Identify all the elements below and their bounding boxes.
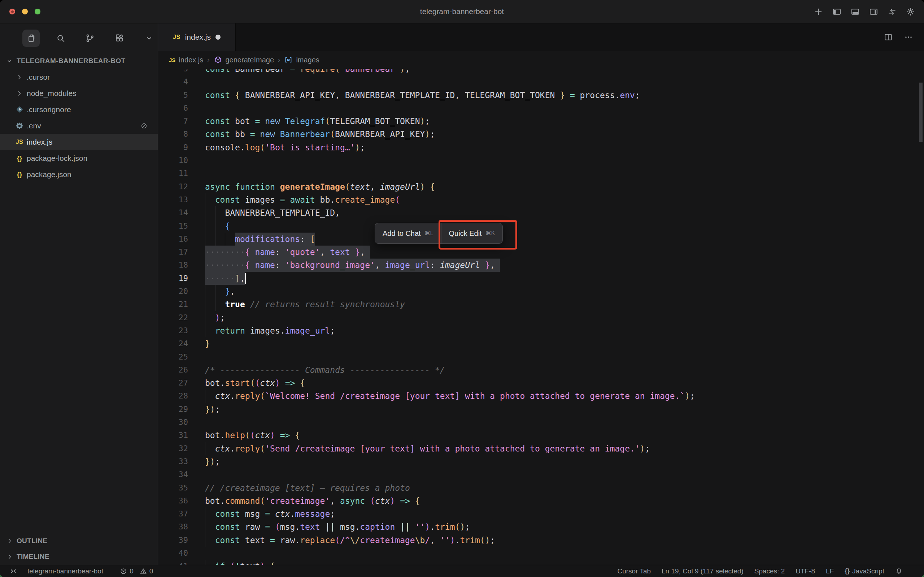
line-number: 37	[158, 508, 205, 521]
code-line-36[interactable]: 36bot.command('createimage', async (ctx)…	[158, 495, 924, 508]
indentation-status[interactable]: Spaces: 2	[754, 567, 785, 575]
problems-status[interactable]: 0 0	[120, 567, 153, 575]
line-number: 31	[158, 429, 205, 442]
tree-item-index-js[interactable]: JS index.js	[0, 134, 158, 150]
tree-item-node-modules[interactable]: node_modules	[0, 85, 158, 102]
breadcrumb-item-index.js[interactable]: JSindex.js	[169, 56, 203, 64]
code-line-30[interactable]: 30	[158, 416, 924, 429]
tree-item--cursor[interactable]: .cursor	[0, 69, 158, 85]
activity-bar	[0, 23, 158, 53]
code-line-9[interactable]: 9console.log('Bot is starting…');	[158, 141, 924, 154]
panel-right-icon[interactable]	[869, 7, 879, 16]
tree-item-package-lock-json[interactable]: {} package-lock.json	[0, 150, 158, 166]
line-number: 21	[158, 298, 205, 311]
breadcrumb-item-generateImage[interactable]: generateImage	[214, 56, 274, 64]
scrollbar-thumb[interactable]	[919, 82, 922, 142]
extensions-view-button[interactable]	[111, 29, 128, 47]
code-line-27[interactable]: 27bot.start((ctx) => {	[158, 377, 924, 390]
code-line-7[interactable]: 7const bot = new Telegraf(TELEGRAM_BOT_T…	[158, 115, 924, 128]
code-line-6[interactable]: 6	[158, 102, 924, 115]
more-views-button[interactable]	[141, 29, 158, 47]
line-number: 6	[158, 102, 205, 115]
code-line-33[interactable]: 33});	[158, 455, 924, 468]
project-name-status[interactable]: telegram-bannerbear-bot	[27, 567, 103, 575]
cursor-tab-status[interactable]: Cursor Tab	[617, 567, 651, 575]
code-line-20[interactable]: 20 },	[158, 285, 924, 298]
code-line-5[interactable]: 5const { BANNERBEAR_API_KEY, BANNERBEAR_…	[158, 89, 924, 102]
minimize-button[interactable]	[22, 9, 28, 15]
code-line-25[interactable]: 25	[158, 351, 924, 364]
gear-file-icon	[15, 121, 24, 130]
code-line-23[interactable]: 23 return images.image_url;	[158, 324, 924, 337]
source-control-view-button[interactable]	[82, 29, 99, 47]
code-line-39[interactable]: 39 const text = raw.replace(/^\/createim…	[158, 534, 924, 547]
remote-indicator-icon[interactable]	[10, 567, 17, 575]
gear-icon[interactable]	[906, 7, 915, 16]
breadcrumb-item-images[interactable]: images	[284, 56, 319, 64]
zoom-button[interactable]	[35, 9, 40, 15]
panel-left-icon[interactable]	[832, 7, 842, 16]
braces-icon: {}	[845, 567, 850, 575]
code-line-14[interactable]: 14 BANNERBEAR_TEMPLATE_ID,	[158, 206, 924, 219]
line-number: 13	[158, 193, 205, 206]
cursor-position-status[interactable]: Ln 19, Col 9 (117 selected)	[662, 567, 743, 575]
section-outline[interactable]: OUTLINE	[0, 533, 158, 549]
line-number: 18	[158, 259, 205, 272]
split-editor-button[interactable]	[884, 32, 893, 42]
code-editor[interactable]: 3const Bannerbear = require('bannerbear'…	[158, 69, 924, 565]
code-line-12[interactable]: 12async function generateImage(text, ima…	[158, 180, 924, 193]
chevron-down-icon	[145, 34, 153, 43]
line-number: 15	[158, 220, 205, 233]
tree-item--cursorignore[interactable]: .cursorignore	[0, 102, 158, 118]
code-line-32[interactable]: 32 ctx.reply('Send /createimage [your te…	[158, 442, 924, 455]
tree-item-package-json[interactable]: {} package.json	[0, 166, 158, 182]
unsaved-dot-icon[interactable]	[215, 35, 221, 40]
code-line-10[interactable]: 10	[158, 154, 924, 167]
plus-icon[interactable]	[814, 7, 823, 16]
code-line-22[interactable]: 22 );	[158, 311, 924, 324]
code-line-37[interactable]: 37 const msg = ctx.message;	[158, 508, 924, 521]
swap-arrows-icon[interactable]	[887, 7, 897, 16]
search-view-button[interactable]	[52, 29, 69, 47]
line-number: 25	[158, 351, 205, 364]
code-line-3[interactable]: 3const Bannerbear = require('bannerbear'…	[158, 69, 924, 76]
tree-item--env[interactable]: .env	[0, 118, 158, 134]
code-line-17[interactable]: 17········{ name: 'quote', text },	[158, 246, 924, 259]
code-line-38[interactable]: 38 const raw = (msg.text || msg.caption …	[158, 521, 924, 533]
panel-bottom-icon[interactable]	[850, 7, 860, 16]
code-line-31[interactable]: 31bot.help((ctx) => {	[158, 429, 924, 442]
code-line-4[interactable]: 4	[158, 76, 924, 89]
eol-status[interactable]: LF	[826, 567, 834, 575]
code-line-16[interactable]: 16 modifications: [	[158, 233, 924, 246]
tab-indexjs[interactable]: JS index.js	[158, 23, 236, 51]
notifications-bell[interactable]	[895, 567, 905, 575]
encoding-status[interactable]: UTF-8	[795, 567, 815, 575]
code-line-8[interactable]: 8const bb = new Bannerbear(BANNERBEAR_AP…	[158, 128, 924, 141]
language-status[interactable]: {}JavaScript	[845, 567, 884, 575]
code-line-29[interactable]: 29});	[158, 403, 924, 416]
code-line-28[interactable]: 28 ctx.reply(`Welcome! Send /createimage…	[158, 390, 924, 403]
more-actions-button[interactable]	[904, 32, 913, 42]
code-line-26[interactable]: 26/* ---------------- Commands ---------…	[158, 364, 924, 377]
section-timeline[interactable]: TIMELINE	[0, 549, 158, 565]
code-line-24[interactable]: 24}	[158, 337, 924, 350]
quick-edit-button[interactable]: Quick Edit ⌘K	[441, 223, 503, 243]
editor-area: JS index.js JSindex.js›generateImage›ima…	[158, 23, 924, 565]
code-line-41[interactable]: 41 if (!text) {	[158, 560, 924, 565]
code-line-34[interactable]: 34	[158, 468, 924, 481]
code-line-18[interactable]: 18········{ name: 'background_image', im…	[158, 259, 924, 272]
code-line-11[interactable]: 11	[158, 167, 924, 180]
explorer-root[interactable]: TELEGRAM-BANNERBEAR-BOT	[0, 53, 158, 69]
code-line-15[interactable]: 15 {	[158, 220, 924, 233]
add-to-chat-button[interactable]: Add to Chat ⌘L	[375, 223, 441, 243]
ignored-badge-icon	[141, 122, 148, 129]
traffic-lights	[0, 9, 40, 15]
code-line-19[interactable]: 19······],	[158, 272, 924, 285]
close-button[interactable]	[10, 9, 15, 15]
explorer-view-button[interactable]	[23, 29, 40, 47]
code-line-35[interactable]: 35// /createimage [text] — requires a ph…	[158, 482, 924, 495]
code-line-40[interactable]: 40	[158, 547, 924, 560]
code-line-13[interactable]: 13 const images = await bb.create_image(	[158, 193, 924, 206]
code-line-21[interactable]: 21 true // returns result synchronously	[158, 298, 924, 311]
line-number: 12	[158, 180, 205, 193]
